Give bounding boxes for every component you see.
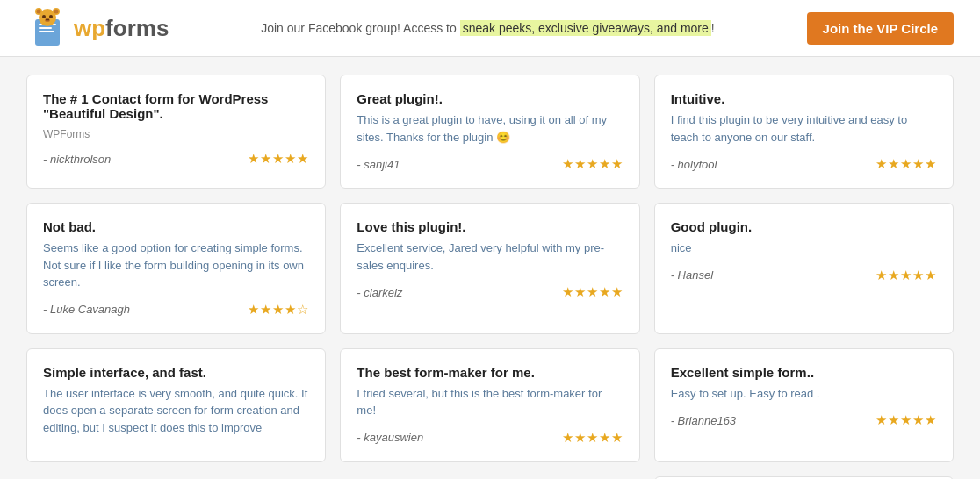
review-card: Great plugin!.This is a great plugin to … — [340, 75, 639, 189]
review-author: - clarkelz — [357, 286, 402, 299]
review-card: Excellent!. — [654, 476, 954, 480]
review-footer: - nickthrolson★★★★★ — [43, 151, 309, 167]
review-author: - Hansel — [671, 268, 713, 282]
svg-point-13 — [47, 19, 49, 21]
review-body: I find this plugin to be very intuitive … — [671, 111, 937, 146]
review-card: Not bad.Seems like a good option for cre… — [26, 203, 326, 334]
review-stars: ★★★★★ — [562, 430, 623, 446]
review-title: Not bad. — [43, 219, 309, 234]
review-body: Excellent service, Jared very helpful wi… — [357, 240, 623, 274]
review-footer: - clarkelz★★★★★ — [357, 284, 623, 300]
review-title: Great plugin!. — [357, 91, 623, 106]
logo: wpforms — [26, 7, 169, 49]
svg-point-7 — [37, 10, 41, 14]
review-stars: ★★★★★ — [876, 268, 937, 283]
review-stars: ★★★★★ — [876, 412, 937, 428]
svg-point-12 — [46, 19, 47, 21]
svg-point-11 — [45, 18, 50, 22]
svg-point-8 — [54, 10, 59, 14]
svg-rect-2 — [39, 27, 52, 29]
logo-text: wpforms — [74, 15, 169, 42]
review-body: The user interface is very smooth, and q… — [43, 385, 309, 437]
review-footer: - Brianne163★★★★★ — [671, 412, 937, 428]
review-card: Excellent simple form..Easy to set up. E… — [654, 348, 954, 462]
review-title: Intuitive. — [671, 91, 937, 106]
review-stars: ★★★★★ — [562, 284, 623, 300]
review-card: Good plugin.nice- Hansel★★★★★ — [654, 203, 954, 334]
review-card: The # 1 Contact form for WordPress "Beau… — [26, 75, 326, 189]
bear-icon — [26, 7, 68, 49]
review-title: Excellent simple form.. — [671, 365, 937, 380]
highlight-text: sneak peeks, exclusive giveaways, and mo… — [460, 20, 711, 36]
review-stars: ★★★★★ — [876, 156, 937, 172]
review-card: The best form-maker for me.I tried sever… — [340, 348, 639, 462]
review-title: The best form-maker for me. — [357, 365, 623, 380]
svg-rect-3 — [39, 31, 54, 32]
review-footer: - Hansel★★★★★ — [671, 268, 937, 283]
review-title: Good plugin. — [671, 219, 937, 234]
vip-circle-button[interactable]: Join the VIP Circle — [807, 12, 954, 45]
review-footer: - sanji41★★★★★ — [357, 156, 623, 172]
main-content: The # 1 Contact form for WordPress "Beau… — [0, 57, 980, 479]
review-stars: ★★★★★ — [248, 151, 309, 167]
review-badge: WPForms — [43, 128, 309, 140]
review-title: Love this plugin!. — [357, 219, 623, 234]
site-header: wpforms Join our Facebook group! Access … — [0, 0, 980, 57]
review-footer: - kayauswien★★★★★ — [357, 430, 623, 446]
review-stars: ★★★★★ — [562, 156, 623, 172]
review-stars: ★★★★☆ — [248, 302, 309, 318]
reviews-grid: The # 1 Contact form for WordPress "Beau… — [26, 75, 954, 479]
review-title: The # 1 Contact form for WordPress "Beau… — [43, 91, 309, 121]
review-body: Easy to set up. Easy to read . — [671, 385, 937, 403]
review-body: I tried several, but this is the best fo… — [357, 385, 623, 419]
review-author: - sanji41 — [357, 158, 400, 171]
review-footer: - holyfool★★★★★ — [671, 156, 937, 172]
review-card: Love this plugin!.Excellent service, Jar… — [340, 203, 639, 334]
review-author: - Luke Cavanagh — [43, 303, 130, 316]
review-footer: - Luke Cavanagh★★★★☆ — [43, 302, 309, 318]
review-body: Seems like a good option for creating si… — [43, 240, 309, 291]
review-body: This is a great plugin to have, using it… — [357, 111, 623, 146]
review-author: - holyfool — [671, 158, 717, 171]
review-card: Simple interface, and fast.The user inte… — [26, 348, 326, 462]
svg-point-10 — [49, 15, 53, 18]
review-author: - kayauswien — [357, 431, 423, 444]
svg-point-9 — [42, 15, 46, 18]
review-author: - Brianne163 — [671, 414, 736, 427]
review-card: Intuitive.I find this plugin to be very … — [654, 75, 954, 189]
review-title: Simple interface, and fast. — [43, 365, 309, 380]
review-author: - nickthrolson — [43, 153, 111, 166]
review-body: nice — [671, 240, 937, 257]
header-promo-text: Join our Facebook group! Access to sneak… — [169, 21, 806, 35]
